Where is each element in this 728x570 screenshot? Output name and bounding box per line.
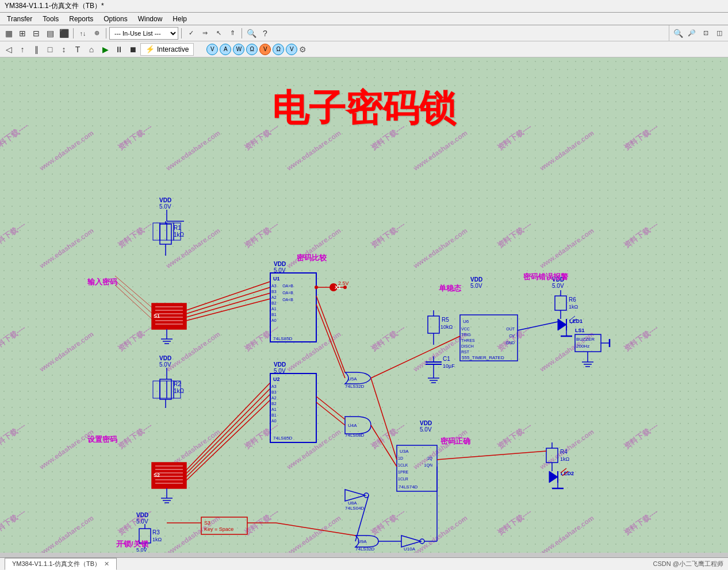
tab-close-icon[interactable]: ✕ (104, 560, 109, 568)
svg-rect-102 (153, 223, 160, 240)
sim-icon-4[interactable]: □ (44, 43, 56, 56)
u1-pin-a1: A1 (271, 307, 277, 311)
u5a-label: U5A (348, 376, 357, 382)
u6-cv: CV (509, 334, 515, 338)
u6-out: OUT (506, 327, 515, 331)
sim-pause-btn[interactable]: ⏸ (113, 43, 125, 56)
tb-help[interactable]: ? (259, 27, 271, 40)
tb-icon-9[interactable]: ⇑ (226, 27, 239, 40)
vdd-label-2: VDD (159, 355, 171, 361)
u2-pin-b2: B2 (271, 402, 277, 406)
u3a-qn: 1QN (424, 463, 432, 468)
sim-stop-btn[interactable]: ⏹ (127, 43, 139, 56)
probe-v1[interactable]: V (206, 44, 218, 55)
probe-w[interactable]: W (233, 44, 244, 55)
svg-rect-19 (270, 273, 316, 342)
tb-icon-4[interactable]: ▤ (44, 27, 56, 40)
sim-icon-2[interactable]: ↑ (16, 43, 29, 56)
interactive-text: Interactive (157, 45, 189, 53)
u5a-type: 74LS32D (345, 384, 365, 389)
u1-pin-a3: A3 (271, 284, 277, 288)
r1-value: 1kΩ (174, 232, 185, 238)
tb-icon-1[interactable]: ▦ (2, 27, 15, 40)
svg-line-17 (186, 293, 270, 317)
tb-search[interactable]: 🔍 (245, 27, 258, 40)
probe-ohm[interactable]: Ω (246, 44, 258, 55)
tb-icon-5[interactable]: ⬛ (58, 27, 70, 40)
svg-line-86 (437, 451, 546, 460)
toolbar-right: 🔍 🔎 ⊡ ◫ (669, 25, 728, 41)
u1-pin-oaltb: OA<B (282, 298, 293, 302)
tb-check[interactable]: ✓ (185, 27, 197, 40)
sep4 (242, 28, 242, 38)
sim-icon-8[interactable]: ▶ (99, 43, 112, 56)
sim-icon-1[interactable]: ◁ (2, 43, 15, 56)
vdd-err-v: 5.0V (552, 283, 564, 289)
zoom-out-btn[interactable]: 🔎 (685, 27, 698, 40)
menu-bar: Transfer Tools Reports Options Window He… (0, 13, 728, 25)
r2-label: R2 (174, 381, 181, 387)
u3a-type: 74LS74D (399, 484, 418, 490)
sim-icon-7[interactable]: ⌂ (85, 43, 98, 56)
tb-icon-2[interactable]: ⊞ (16, 27, 29, 40)
r6-value: 1kΩ (569, 304, 578, 310)
tb-arrow[interactable]: ⇒ (198, 27, 211, 40)
svg-rect-22 (160, 379, 171, 399)
svg-line-35 (186, 383, 270, 470)
u6-label: U6 (463, 319, 469, 324)
main-tab[interactable]: YM384-V1.1.1-仿真文件（TB） ✕ (5, 558, 117, 570)
circuit-title: 电子密码锁 (272, 83, 456, 133)
u8a-label: U8A (348, 500, 357, 506)
svg-rect-106 (153, 381, 160, 398)
u2-pin-b3: B3 (271, 390, 277, 394)
u1-pin-oagtb: OA>B (282, 284, 293, 288)
svg-rect-39 (270, 373, 316, 442)
menu-transfer[interactable]: Transfer (2, 14, 37, 24)
zoom-in-btn[interactable]: 🔍 (672, 27, 684, 40)
probe-ohm2[interactable]: Ω (273, 44, 284, 55)
menu-tools[interactable]: Tools (38, 14, 63, 24)
svg-rect-107 (160, 381, 167, 398)
sim-icon-3[interactable]: ∥ (30, 43, 43, 56)
probe-v3[interactable]: V (286, 44, 297, 55)
vdd-u1: VDD (274, 261, 286, 267)
u6-type: 555_TIMER_RATED (462, 355, 504, 360)
svg-line-84 (371, 378, 397, 460)
menu-help[interactable]: Help (168, 14, 191, 24)
sep2 (106, 28, 106, 38)
tb-icon-7[interactable]: ⊕ (90, 27, 103, 40)
menu-options[interactable]: Options (99, 14, 132, 24)
s1-label[interactable]: S1 (154, 313, 160, 319)
c1-value: 10µF (443, 363, 455, 369)
tb-icon-3[interactable]: ⊟ (30, 27, 43, 40)
u2-pin-a1: A1 (271, 407, 277, 411)
sim-icon-5[interactable]: ↕ (58, 43, 70, 56)
tb-icon-6[interactable]: ↑↓ (76, 27, 89, 40)
in-use-list-dropdown[interactable]: --- In-Use List --- (109, 27, 178, 40)
label-input-pwd: 输入密码 (87, 277, 117, 287)
svg-line-15 (186, 282, 270, 310)
u6-vcc: VCC (461, 327, 470, 331)
vdd-label-1: VDD (159, 197, 171, 203)
gear-icon[interactable]: ⚙ (299, 45, 306, 54)
status-bar: YM384-V1.1.1-仿真文件（TB） ✕ CSDN @小二飞鹰工程师 (0, 557, 728, 570)
s3-label: S3 (204, 520, 210, 526)
menu-window[interactable]: Window (133, 14, 167, 24)
u1-pin-a2: A2 (271, 295, 277, 299)
r5-value: 10kΩ (440, 324, 453, 330)
probe-v2[interactable]: V (259, 44, 271, 55)
zoom-area-btn[interactable]: ◫ (713, 27, 726, 40)
zoom-fit-btn[interactable]: ⊡ (699, 27, 712, 40)
svg-rect-68 (546, 448, 558, 463)
probe-a[interactable]: A (220, 44, 231, 55)
r4-label: R4 (560, 449, 568, 455)
menu-reports[interactable]: Reports (64, 14, 98, 24)
svg-rect-54 (555, 296, 566, 310)
label-alarm: 密码错误报警 (523, 272, 568, 282)
s2-label[interactable]: S2 (154, 472, 160, 478)
r2-value: 1kΩ (174, 388, 185, 394)
u4a-label: U4A (348, 423, 357, 428)
sim-icon-6[interactable]: T (71, 43, 84, 56)
tb-icon-8[interactable]: ↖ (212, 27, 225, 40)
c1-label: C1 (443, 356, 450, 362)
